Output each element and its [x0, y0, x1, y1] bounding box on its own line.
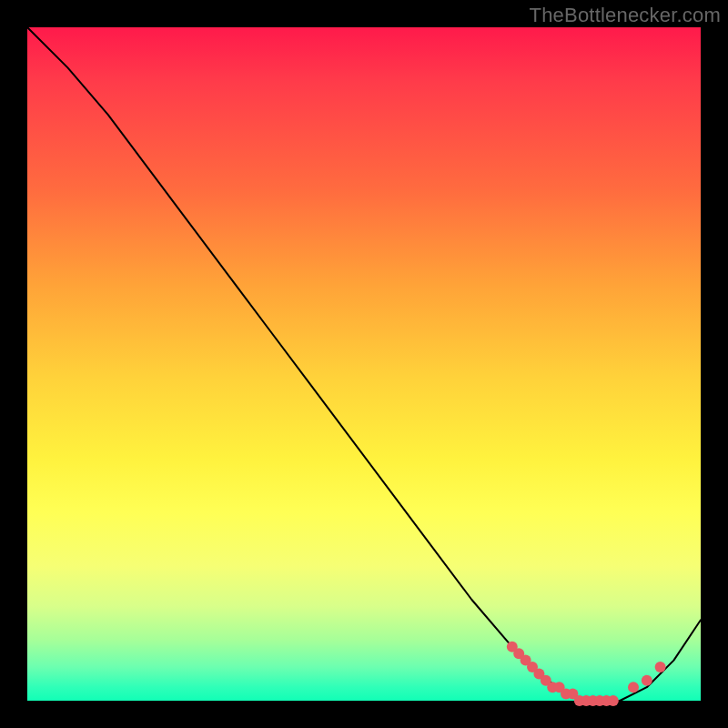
highlight-dots	[507, 642, 666, 706]
highlight-dot	[608, 695, 619, 706]
highlight-dot	[642, 675, 652, 686]
watermark-text: TheBottlenecker.com	[530, 4, 721, 27]
curve-svg	[27, 27, 701, 701]
highlight-dot	[628, 682, 639, 693]
chart-frame: TheBottlenecker.com	[0, 0, 728, 728]
highlight-dot	[655, 662, 666, 672]
plot-area	[27, 27, 701, 701]
bottleneck-curve	[27, 27, 701, 701]
